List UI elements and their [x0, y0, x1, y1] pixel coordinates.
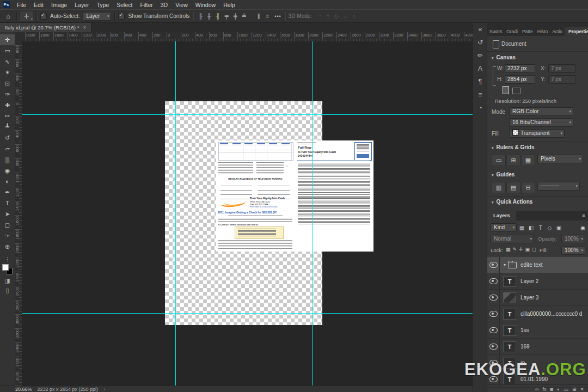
foreground-color-swatch[interactable]: [2, 264, 9, 271]
shape-filter-icon[interactable]: ◇: [546, 225, 553, 231]
quick-mask-icon[interactable]: ◨: [0, 277, 15, 284]
panel-tab-swats[interactable]: Swats: [487, 27, 504, 36]
gradient-tool[interactable]: ▒: [0, 154, 15, 165]
clock-panel-icon[interactable]: ◔: [473, 101, 487, 114]
width-field[interactable]: 2232 px: [505, 64, 535, 73]
height-field[interactable]: 2854 px: [505, 75, 535, 84]
kind-filter-dropdown[interactable]: Kind: [491, 223, 517, 232]
menu-file[interactable]: File: [13, 2, 30, 8]
panel-tab-properties[interactable]: Properties: [565, 27, 588, 36]
hand-tool[interactable]: ☞: [0, 230, 15, 241]
align-right-edges-icon[interactable]: ╢: [214, 11, 222, 21]
horizontal-guide[interactable]: [22, 114, 473, 115]
layer-row-1ss[interactable]: T1ss: [487, 322, 588, 339]
section-quick-actions[interactable]: Quick Actions: [492, 199, 532, 205]
visibility-toggle[interactable]: [487, 290, 500, 305]
grid-overlay-icon[interactable]: ▦: [521, 155, 535, 166]
menu-3d[interactable]: 3D: [157, 2, 171, 8]
history-panel-icon[interactable]: ↺: [473, 36, 487, 49]
layer-row-edite-text[interactable]: ▾edite text: [487, 257, 588, 273]
pen-tool[interactable]: ✒: [0, 187, 15, 198]
distribute-vertical-icon[interactable]: ≡: [264, 11, 271, 21]
align-bottom-edges-icon[interactable]: ╧: [240, 11, 248, 21]
lock-paint-icon[interactable]: ✎: [513, 247, 517, 252]
lock-position-icon[interactable]: ✛: [519, 247, 523, 252]
zoom-tool[interactable]: ⊕: [0, 241, 15, 252]
current-tool-icon[interactable]: ✛: [20, 11, 33, 21]
link-dimensions-icon[interactable]: [493, 66, 496, 86]
lock-artboard-icon[interactable]: ▣: [525, 247, 530, 252]
layer-group-icon[interactable]: ▭: [564, 387, 568, 392]
vertical-guide[interactable]: [175, 41, 176, 385]
layer-fill-field[interactable]: 100%: [561, 246, 585, 255]
section-guides[interactable]: Guides: [492, 171, 514, 177]
portrait-orientation-icon[interactable]: [503, 86, 509, 94]
panel-tab-patte[interactable]: Patte: [520, 27, 535, 36]
quick-selection-tool[interactable]: ✶: [0, 67, 15, 78]
canvas-viewport[interactable]: ⌂ RESULTS IN ADVANCE OF TELEVISION RUNNI…: [22, 41, 473, 385]
layer-row-layer-3[interactable]: Layer 3: [487, 290, 588, 306]
layer-row-cilla0000000-ccccccc0-d[interactable]: Tcilla0000000...ccccccc0 d: [487, 306, 588, 322]
layer-row-m[interactable]: Tm: [487, 355, 588, 371]
move-tool[interactable]: ✛: [0, 34, 15, 45]
color-mode-dropdown[interactable]: RGB Color: [509, 107, 573, 116]
align-left-edges-icon[interactable]: ╟: [197, 11, 204, 21]
visibility-toggle[interactable]: [487, 273, 500, 289]
show-transform-checkbox[interactable]: [118, 13, 125, 20]
section-rulers-grids[interactable]: Rulers & Grids: [492, 144, 535, 150]
auto-select-checkbox[interactable]: [40, 13, 47, 20]
clear-guides-icon[interactable]: ⊟: [521, 182, 535, 193]
crop-tool[interactable]: ⊡: [0, 78, 15, 89]
new-layer-icon[interactable]: ⊞: [572, 387, 577, 392]
type-tool[interactable]: T: [0, 198, 15, 209]
paragraph-panel-icon[interactable]: ¶: [473, 75, 487, 88]
panel-menu-icon[interactable]: ≡: [579, 211, 588, 220]
zoom-level-field[interactable]: 20.66%: [15, 387, 32, 392]
section-canvas[interactable]: Canvas: [492, 54, 516, 60]
path-selection-tool[interactable]: ➤: [0, 209, 15, 219]
fill-dropdown[interactable]: Transparent: [509, 129, 565, 138]
guide-layout-icon[interactable]: ▤: [506, 182, 520, 193]
glyphs-panel-icon[interactable]: ≡: [473, 88, 487, 101]
units-dropdown[interactable]: Pixels: [537, 155, 583, 163]
lock-transparency-icon[interactable]: ▦: [506, 247, 511, 252]
horizontal-ruler[interactable]: 2000180016001400120010008006004002000200…: [22, 32, 473, 42]
lock-all-icon[interactable]: ◻: [532, 247, 536, 252]
guide-style-dropdown[interactable]: [537, 182, 580, 191]
link-layers-icon[interactable]: ∞: [535, 387, 538, 392]
layer-mask-icon[interactable]: ◙: [550, 387, 553, 392]
panel-tab-actio[interactable]: Actio: [550, 27, 565, 36]
blur-tool[interactable]: ◉: [0, 165, 15, 176]
visibility-toggle[interactable]: [487, 339, 500, 354]
dodge-tool[interactable]: ◐: [0, 176, 15, 187]
brush-tool[interactable]: ✏: [0, 111, 15, 121]
auto-select-target-dropdown[interactable]: Layer: [83, 12, 111, 21]
distribute-horizontal-icon[interactable]: ∥: [255, 11, 262, 21]
status-flyout-icon[interactable]: ›: [103, 387, 105, 392]
document-tab[interactable]: Italy id.psd @ 20.7% (RGB/16) * ×: [0, 23, 91, 32]
home-icon[interactable]: ⌂: [3, 11, 13, 21]
align-vertical-centers-icon[interactable]: ╪: [231, 11, 239, 21]
adjustment-layer-icon[interactable]: ◐: [557, 387, 560, 392]
edit-toolbar-icon[interactable]: ⋮: [0, 256, 15, 262]
shape-tool[interactable]: ◻: [0, 219, 15, 230]
healing-brush-tool[interactable]: ✚: [0, 100, 15, 111]
pixel-filter-icon[interactable]: ▦: [518, 225, 525, 231]
screen-mode-icon[interactable]: ▯: [0, 287, 15, 294]
menu-view[interactable]: View: [171, 2, 192, 8]
menu-window[interactable]: Window: [192, 2, 219, 8]
adjustment-filter-icon[interactable]: ◧: [528, 225, 535, 231]
eraser-tool[interactable]: ▱: [0, 143, 15, 154]
tab-layers[interactable]: Layers: [487, 211, 516, 220]
delete-layer-icon[interactable]: ✕: [580, 387, 584, 392]
landscape-orientation-icon[interactable]: [512, 88, 520, 94]
menu-image[interactable]: Image: [47, 2, 71, 8]
grid-icon[interactable]: ⊞: [506, 155, 520, 166]
brush-settings-panel-icon[interactable]: ✏: [473, 49, 487, 62]
type-filter-icon[interactable]: T: [537, 225, 544, 231]
lasso-tool[interactable]: ∿: [0, 56, 15, 67]
vertical-ruler[interactable]: 8006004002000200400600800100012001400160…: [15, 41, 22, 385]
smart-object-filter-icon[interactable]: ▣: [555, 225, 562, 231]
color-swatches[interactable]: [2, 264, 13, 274]
menu-help[interactable]: Help: [219, 2, 239, 8]
